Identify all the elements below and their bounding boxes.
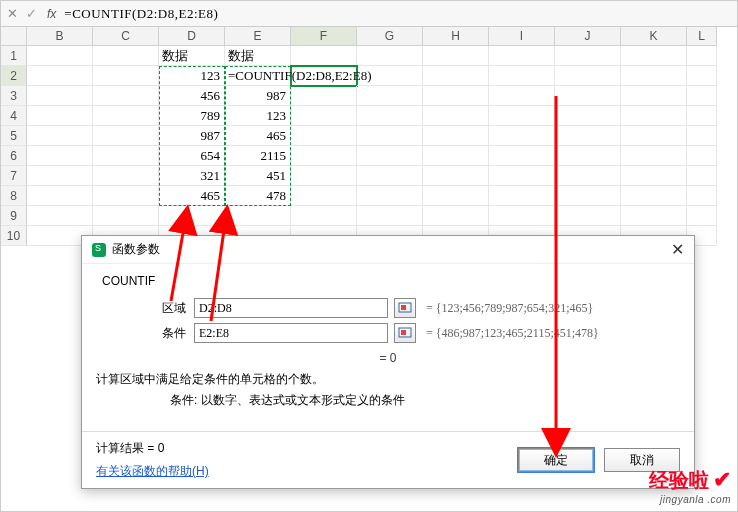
col-header[interactable]: G — [357, 27, 423, 46]
cell[interactable] — [687, 206, 717, 226]
col-header[interactable]: E — [225, 27, 291, 46]
cell[interactable] — [291, 206, 357, 226]
col-header[interactable]: K — [621, 27, 687, 46]
cell[interactable] — [621, 46, 687, 66]
cell[interactable] — [291, 186, 357, 206]
cell-E1[interactable]: 数据 — [225, 46, 291, 66]
cell-D2[interactable]: 123 — [159, 66, 225, 86]
corner-cell[interactable] — [1, 27, 27, 46]
col-header[interactable]: C — [93, 27, 159, 46]
cell-E4[interactable]: 123 — [225, 106, 291, 126]
row-header[interactable]: 1 — [1, 46, 27, 66]
cell[interactable] — [291, 46, 357, 66]
col-header[interactable]: D — [159, 27, 225, 46]
cell[interactable] — [687, 126, 717, 146]
cell[interactable] — [423, 126, 489, 146]
cell[interactable] — [555, 146, 621, 166]
cell[interactable] — [93, 46, 159, 66]
cell[interactable] — [291, 126, 357, 146]
formula-bar-input[interactable]: =COUNTIF(D2:D8,E2:E8) — [64, 6, 218, 22]
cell[interactable] — [489, 86, 555, 106]
cell[interactable] — [93, 186, 159, 206]
cell[interactable] — [423, 166, 489, 186]
cell[interactable] — [27, 126, 93, 146]
cell-E5[interactable]: 465 — [225, 126, 291, 146]
fx-icon[interactable]: fx — [47, 7, 56, 21]
cell-E6[interactable]: 2115 — [225, 146, 291, 166]
cell[interactable] — [621, 126, 687, 146]
cell[interactable] — [555, 186, 621, 206]
dialog-titlebar[interactable]: 函数参数 ✕ — [82, 236, 694, 264]
cell[interactable] — [621, 86, 687, 106]
cell[interactable] — [687, 46, 717, 66]
cell[interactable] — [93, 106, 159, 126]
cell[interactable] — [687, 106, 717, 126]
cell[interactable] — [489, 46, 555, 66]
cell[interactable] — [93, 206, 159, 226]
cell[interactable] — [357, 106, 423, 126]
cell-E8[interactable]: 478 — [225, 186, 291, 206]
accept-icon[interactable]: ✓ — [26, 6, 37, 21]
row-header[interactable]: 6 — [1, 146, 27, 166]
row-header[interactable]: 10 — [1, 226, 27, 246]
row-header[interactable]: 4 — [1, 106, 27, 126]
cell-D3[interactable]: 456 — [159, 86, 225, 106]
cell-D6[interactable]: 654 — [159, 146, 225, 166]
cell[interactable] — [621, 106, 687, 126]
cell[interactable] — [93, 66, 159, 86]
cell-D7[interactable]: 321 — [159, 166, 225, 186]
cell[interactable] — [357, 206, 423, 226]
cell[interactable] — [489, 106, 555, 126]
cell[interactable] — [27, 46, 93, 66]
cell[interactable] — [159, 206, 225, 226]
cell-D8[interactable]: 465 — [159, 186, 225, 206]
col-header[interactable]: L — [687, 27, 717, 46]
cell[interactable] — [555, 126, 621, 146]
cell[interactable] — [291, 166, 357, 186]
cell[interactable] — [357, 46, 423, 66]
cell[interactable] — [27, 186, 93, 206]
cell[interactable] — [489, 186, 555, 206]
col-header[interactable]: B — [27, 27, 93, 46]
cell[interactable] — [27, 206, 93, 226]
cell[interactable] — [555, 46, 621, 66]
cell[interactable] — [687, 146, 717, 166]
cell[interactable] — [357, 126, 423, 146]
cell[interactable] — [621, 206, 687, 226]
row-header[interactable]: 9 — [1, 206, 27, 226]
row-header[interactable]: 7 — [1, 166, 27, 186]
cell[interactable] — [423, 186, 489, 206]
cell[interactable] — [621, 166, 687, 186]
cell[interactable] — [423, 86, 489, 106]
cell[interactable] — [555, 166, 621, 186]
cell[interactable] — [687, 186, 717, 206]
cell-D1[interactable]: 数据 — [159, 46, 225, 66]
close-icon[interactable]: ✕ — [671, 242, 684, 258]
spreadsheet-grid[interactable]: B C D E F G H I J K L 1 数据 数据 2 123 =COU… — [1, 27, 737, 246]
row-header-active[interactable]: 2 — [1, 66, 27, 86]
cell[interactable] — [93, 146, 159, 166]
cell[interactable] — [27, 86, 93, 106]
cancel-button[interactable]: 取消 — [604, 448, 680, 472]
ok-button[interactable]: 确定 — [518, 448, 594, 472]
cell[interactable] — [423, 206, 489, 226]
cell-E3[interactable]: 987 — [225, 86, 291, 106]
help-link[interactable]: 有关该函数的帮助(H) — [96, 463, 209, 480]
cell[interactable] — [357, 86, 423, 106]
cell[interactable] — [357, 166, 423, 186]
cell-D5[interactable]: 987 — [159, 126, 225, 146]
cell[interactable] — [423, 146, 489, 166]
col-header[interactable]: I — [489, 27, 555, 46]
col-header-active[interactable]: F — [291, 27, 357, 46]
cell[interactable] — [489, 166, 555, 186]
cell[interactable] — [93, 126, 159, 146]
cell[interactable] — [93, 166, 159, 186]
cell[interactable] — [357, 186, 423, 206]
cell[interactable] — [489, 146, 555, 166]
col-header[interactable]: H — [423, 27, 489, 46]
cell[interactable] — [687, 86, 717, 106]
collapse-dialog-icon[interactable] — [394, 323, 416, 343]
arg-input-range[interactable] — [194, 298, 388, 318]
cell[interactable] — [687, 166, 717, 186]
cell[interactable] — [489, 126, 555, 146]
